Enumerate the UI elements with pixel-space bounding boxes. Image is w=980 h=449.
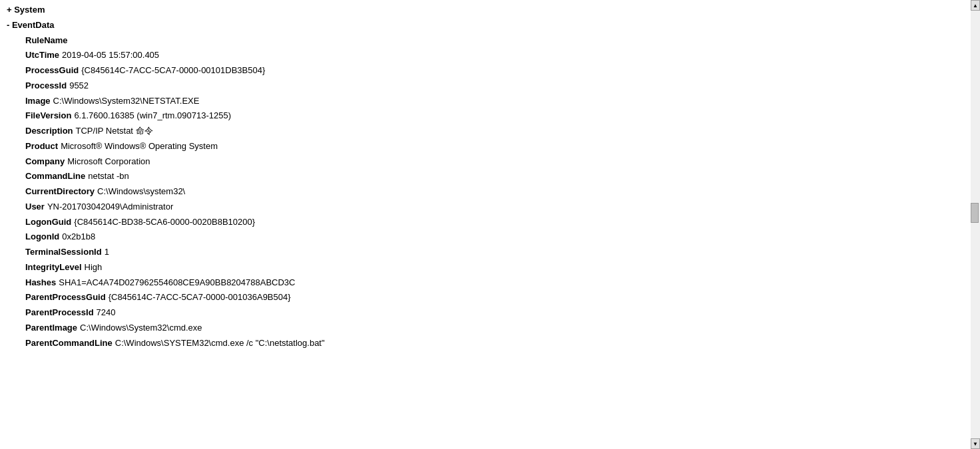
field-key: ParentCommandLine bbox=[25, 338, 113, 348]
scroll-up-button[interactable]: ▲ bbox=[971, 0, 980, 11]
field-key: Image bbox=[25, 96, 51, 106]
eventdata-label: - EventData bbox=[7, 20, 55, 30]
field-value: 9552 bbox=[69, 80, 89, 90]
field-row: RuleName bbox=[7, 33, 967, 49]
field-value: C:\Windows\system32\ bbox=[97, 186, 185, 196]
field-value: netstat -bn bbox=[88, 171, 128, 181]
field-row: ParentProcessId7240 bbox=[7, 305, 967, 321]
field-value: YN-201703042049\Administrator bbox=[47, 202, 173, 212]
field-row: ProcessId9552 bbox=[7, 78, 967, 94]
fields-list: RuleNameUtcTime2019-04-05 15:57:00.405Pr… bbox=[7, 33, 967, 351]
field-key: CommandLine bbox=[25, 171, 85, 181]
field-key: Product bbox=[25, 141, 58, 151]
field-key: ParentProcessGuid bbox=[25, 292, 106, 302]
event-data-panel[interactable]: + System - EventData RuleNameUtcTime2019… bbox=[0, 0, 967, 449]
field-key: ProcessGuid bbox=[25, 65, 79, 75]
field-key: User bbox=[25, 202, 45, 212]
field-value: {C845614C-7ACC-5CA7-0000-00101DB3B504} bbox=[81, 65, 265, 75]
field-row: ProductMicrosoft® Windows® Operating Sys… bbox=[7, 139, 967, 154]
field-value: Microsoft Corporation bbox=[67, 156, 150, 166]
field-row: IntegrityLevelHigh bbox=[7, 260, 967, 275]
field-key: Company bbox=[25, 156, 65, 166]
field-value: TCP/IP Netstat 命令 bbox=[76, 126, 153, 136]
field-row: ParentCommandLineC:\Windows\SYSTEM32\cmd… bbox=[7, 336, 967, 351]
field-value: C:\Windows\SYSTEM32\cmd.exe /c "C:\netst… bbox=[115, 338, 325, 348]
field-row: ParentImageC:\Windows\System32\cmd.exe bbox=[7, 321, 967, 336]
field-value: {C845614C-BD38-5CA6-0000-0020B8B10200} bbox=[74, 217, 255, 227]
field-row: LogonId0x2b1b8 bbox=[7, 229, 967, 245]
scrollbar-thumb[interactable] bbox=[971, 203, 979, 223]
field-row: CompanyMicrosoft Corporation bbox=[7, 154, 967, 170]
scrollbar-middle[interactable] bbox=[971, 11, 980, 438]
field-key: ParentProcessId bbox=[25, 307, 94, 317]
field-value: High bbox=[85, 262, 103, 272]
field-row: DescriptionTCP/IP Netstat 命令 bbox=[7, 124, 967, 139]
field-row: ProcessGuid{C845614C-7ACC-5CA7-0000-0010… bbox=[7, 63, 967, 78]
system-label: + System bbox=[7, 5, 45, 15]
field-row: TerminalSessionId1 bbox=[7, 245, 967, 260]
field-key: TerminalSessionId bbox=[25, 247, 102, 257]
field-row: UserYN-201703042049\Administrator bbox=[7, 200, 967, 215]
field-row: LogonGuid{C845614C-BD38-5CA6-0000-0020B8… bbox=[7, 215, 967, 230]
field-key: Description bbox=[25, 126, 73, 136]
field-row: HashesSHA1=AC4A74D027962554608CE9A90BB82… bbox=[7, 275, 967, 291]
scrollbar-track: ▲ ▼ bbox=[971, 0, 980, 449]
field-value: Microsoft® Windows® Operating System bbox=[61, 141, 218, 151]
field-row: CurrentDirectoryC:\Windows\system32\ bbox=[7, 184, 967, 200]
field-key: RuleName bbox=[25, 35, 68, 45]
field-value: 1 bbox=[105, 247, 109, 257]
field-row: UtcTime2019-04-05 15:57:00.405 bbox=[7, 48, 967, 63]
field-row: FileVersion6.1.7600.16385 (win7_rtm.0907… bbox=[7, 108, 967, 124]
system-node: + System bbox=[7, 3, 967, 18]
field-key: LogonId bbox=[25, 231, 59, 241]
field-value: {C845614C-7ACC-5CA7-0000-001036A9B504} bbox=[109, 292, 291, 302]
field-row: ParentProcessGuid{C845614C-7ACC-5CA7-000… bbox=[7, 290, 967, 305]
field-value: SHA1=AC4A74D027962554608CE9A90BB8204788A… bbox=[59, 277, 295, 287]
field-key: CurrentDirectory bbox=[25, 186, 95, 196]
field-row: ImageC:\Windows\System32\NETSTAT.EXE bbox=[7, 94, 967, 109]
field-value: C:\Windows\System32\cmd.exe bbox=[80, 323, 202, 333]
field-value: 2019-04-05 15:57:00.405 bbox=[62, 50, 159, 60]
scroll-down-button[interactable]: ▼ bbox=[971, 438, 980, 449]
field-key: ProcessId bbox=[25, 80, 67, 90]
field-value: 7240 bbox=[97, 307, 116, 317]
field-key: IntegrityLevel bbox=[25, 262, 82, 272]
field-key: ParentImage bbox=[25, 323, 77, 333]
field-value: 6.1.7600.16385 (win7_rtm.090713-1255) bbox=[74, 110, 231, 120]
field-value: C:\Windows\System32\NETSTAT.EXE bbox=[53, 96, 200, 106]
field-row: CommandLinenetstat -bn bbox=[7, 169, 967, 184]
field-key: UtcTime bbox=[25, 50, 59, 60]
field-value: 0x2b1b8 bbox=[62, 231, 95, 241]
field-key: LogonGuid bbox=[25, 217, 71, 227]
field-key: Hashes bbox=[25, 277, 56, 287]
eventdata-node: - EventData bbox=[7, 18, 967, 33]
field-key: FileVersion bbox=[25, 110, 71, 120]
